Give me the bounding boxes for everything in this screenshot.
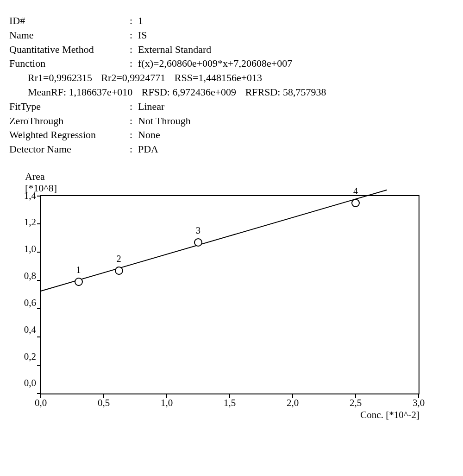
value-zero: Not Through: [138, 114, 454, 128]
value-meanrf: MeanRF: 1,186637e+010: [28, 86, 132, 98]
y-tick-label: 0,2: [24, 351, 36, 362]
data-point-label: 1: [76, 265, 81, 275]
label-zero: ZeroThrough: [9, 114, 130, 128]
label-function: Function: [9, 57, 130, 71]
y-tick-mark: [37, 223, 41, 224]
row-fittype: FitType : Linear: [9, 100, 454, 114]
row-qmethod: Quantitative Method : External Standard: [9, 43, 454, 57]
y-tick-mark: [37, 308, 41, 309]
row-name: Name : IS: [9, 28, 454, 43]
y-tick-label: 1,0: [24, 243, 36, 255]
data-point: [194, 238, 202, 247]
row-detector: Detector Name : PDA: [9, 142, 454, 157]
value-id: 1: [138, 14, 454, 28]
y-axis-label-line2: [*10^8]: [25, 182, 454, 194]
x-tick-label: 0,0: [35, 397, 47, 409]
value-rr1: Rr1=0,9962315: [28, 72, 92, 83]
calibration-chart: Area [*10^8] 1,41,21,00,80,60,40,20,0 12…: [9, 171, 454, 421]
y-tick-label: 0,0: [24, 377, 36, 389]
data-point: [115, 267, 123, 275]
row-rf-stats: MeanRF: 1,186637e+010 RFSD: 6,972436e+00…: [9, 85, 454, 100]
plot-area: 1234: [40, 195, 419, 394]
data-point: [351, 199, 360, 207]
data-point-label: 4: [353, 186, 358, 197]
x-tick-label: 2,5: [350, 397, 362, 409]
y-axis-label: Area [*10^8]: [25, 171, 454, 194]
label-detector: Detector Name: [9, 142, 130, 157]
row-wr: Weighted Regression : None: [9, 128, 454, 142]
y-tick-label: 1,4: [24, 190, 36, 202]
data-point-label: 2: [117, 254, 121, 264]
y-tick-mark: [37, 336, 41, 337]
data-point-label: 3: [196, 225, 200, 236]
data-point: [75, 278, 83, 286]
x-tick-label: 3,0: [413, 397, 425, 409]
x-axis-label: Conc. [*10^-2]: [40, 409, 424, 421]
y-tick-label: 0,8: [24, 270, 36, 282]
label-qmethod: Quantitative Method: [9, 43, 130, 57]
value-fittype: Linear: [138, 100, 454, 114]
y-tick-mark: [37, 365, 41, 366]
x-tick-label: 0,5: [98, 397, 110, 409]
y-tick-mark: [37, 280, 41, 281]
value-wr: None: [138, 128, 454, 142]
row-rr-stats: Rr1=0,9962315 Rr2=0,9924771 RSS=1,448156…: [9, 71, 454, 85]
value-rfsd: RFSD: 6,972436e+009: [142, 86, 236, 98]
value-rr2: Rr2=0,9924771: [101, 72, 165, 83]
y-axis-ticks: 1,41,21,00,80,60,40,20,0: [9, 190, 40, 389]
row-function: Function : f(x)=2,60860e+009*x+7,20608e+…: [9, 57, 454, 71]
y-tick-mark: [37, 196, 41, 197]
y-tick-mark: [37, 252, 41, 253]
calibration-info: ID# : 1 Name : IS Quantitative Method : …: [9, 14, 454, 157]
y-tick-label: 1,2: [24, 216, 36, 228]
x-tick-label: 1,0: [161, 397, 173, 409]
x-tick-label: 1,5: [224, 397, 236, 409]
row-zero: ZeroThrough : Not Through: [9, 114, 454, 128]
label-name: Name: [9, 28, 130, 43]
y-axis-label-line1: Area: [25, 171, 454, 182]
y-tick-mark: [37, 393, 41, 394]
value-detector: PDA: [138, 142, 454, 157]
value-rfrsd: RFRSD: 58,757938: [245, 86, 326, 98]
value-function: f(x)=2,60860e+009*x+7,20608e+007: [138, 57, 454, 71]
value-rss: RSS=1,448156e+013: [175, 72, 262, 83]
value-name: IS: [138, 28, 454, 43]
y-tick-label: 0,4: [24, 324, 36, 336]
x-axis-ticks: 0,00,51,01,52,02,53,0: [40, 394, 419, 407]
x-tick-label: 2,0: [287, 397, 299, 409]
label-id: ID#: [9, 14, 130, 28]
label-fittype: FitType: [9, 100, 130, 114]
y-tick-label: 0,6: [24, 297, 36, 309]
regression-line: [41, 190, 388, 292]
label-wr: Weighted Regression: [9, 128, 130, 142]
row-id: ID# : 1: [9, 14, 454, 28]
value-qmethod: External Standard: [138, 43, 454, 57]
